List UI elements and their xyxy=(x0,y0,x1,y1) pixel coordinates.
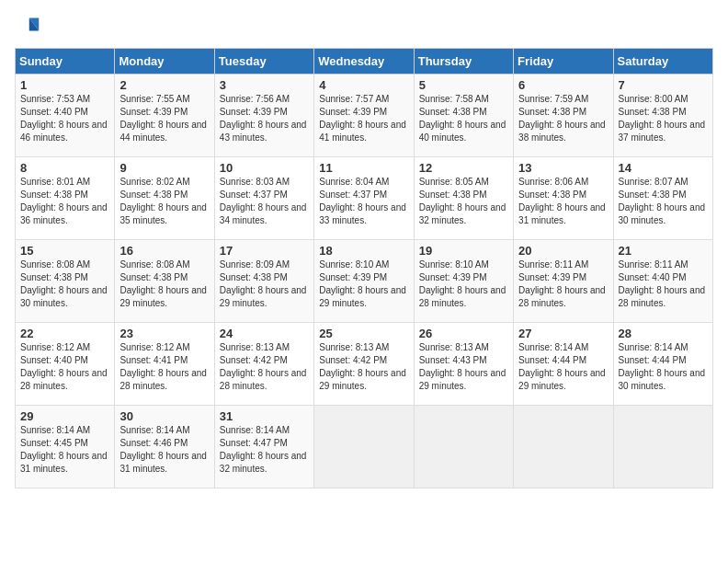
day-info: Sunrise: 8:13 AM Sunset: 4:43 PM Dayligh… xyxy=(419,341,508,393)
day-info: Sunrise: 7:55 AM Sunset: 4:39 PM Dayligh… xyxy=(119,93,209,144)
calendar-header: SundayMondayTuesdayWednesdayThursdayFrid… xyxy=(16,49,713,75)
day-info: Sunrise: 8:14 AM Sunset: 4:44 PM Dayligh… xyxy=(518,341,608,393)
day-cell: 27 Sunrise: 8:14 AM Sunset: 4:44 PM Dayl… xyxy=(514,323,613,406)
day-number: 30 xyxy=(119,409,209,423)
header-monday: Monday xyxy=(115,49,214,75)
day-cell: 9 Sunrise: 8:02 AM Sunset: 4:38 PM Dayli… xyxy=(115,157,214,240)
day-info: Sunrise: 8:09 AM Sunset: 4:38 PM Dayligh… xyxy=(220,259,309,310)
logo xyxy=(15,15,44,40)
day-info: Sunrise: 8:08 AM Sunset: 4:38 PM Dayligh… xyxy=(20,259,109,310)
day-info: Sunrise: 8:01 AM Sunset: 4:38 PM Dayligh… xyxy=(20,176,109,227)
day-number: 19 xyxy=(419,244,508,258)
day-info: Sunrise: 8:07 AM Sunset: 4:38 PM Dayligh… xyxy=(619,176,708,227)
day-cell: 18 Sunrise: 8:10 AM Sunset: 4:39 PM Dayl… xyxy=(314,240,414,323)
day-number: 25 xyxy=(319,327,408,340)
day-cell: 5 Sunrise: 7:58 AM Sunset: 4:38 PM Dayli… xyxy=(414,75,513,157)
page-header xyxy=(15,15,713,40)
day-cell: 22 Sunrise: 8:12 AM Sunset: 4:40 PM Dayl… xyxy=(16,323,115,406)
day-info: Sunrise: 7:57 AM Sunset: 4:39 PM Dayligh… xyxy=(319,93,408,144)
day-number: 15 xyxy=(20,244,109,258)
day-cell: 28 Sunrise: 8:14 AM Sunset: 4:44 PM Dayl… xyxy=(613,323,712,406)
day-info: Sunrise: 7:58 AM Sunset: 4:38 PM Dayligh… xyxy=(419,93,508,144)
day-info: Sunrise: 8:06 AM Sunset: 4:38 PM Dayligh… xyxy=(518,176,608,227)
logo-icon xyxy=(15,15,40,40)
day-cell: 23 Sunrise: 8:12 AM Sunset: 4:41 PM Dayl… xyxy=(115,323,214,406)
day-info: Sunrise: 8:13 AM Sunset: 4:42 PM Dayligh… xyxy=(220,341,309,393)
day-number: 3 xyxy=(220,78,309,92)
day-number: 8 xyxy=(20,161,109,175)
day-info: Sunrise: 8:14 AM Sunset: 4:45 PM Dayligh… xyxy=(20,424,109,476)
day-info: Sunrise: 8:11 AM Sunset: 4:39 PM Dayligh… xyxy=(518,259,608,310)
day-number: 11 xyxy=(319,161,408,175)
day-number: 2 xyxy=(119,78,209,92)
week-row-3: 15 Sunrise: 8:08 AM Sunset: 4:38 PM Dayl… xyxy=(16,240,713,323)
day-number: 1 xyxy=(20,78,109,92)
day-cell xyxy=(314,406,414,488)
header-saturday: Saturday xyxy=(613,49,712,75)
day-cell: 6 Sunrise: 7:59 AM Sunset: 4:38 PM Dayli… xyxy=(514,75,613,157)
header-row: SundayMondayTuesdayWednesdayThursdayFrid… xyxy=(16,49,713,75)
day-number: 27 xyxy=(518,327,608,340)
day-info: Sunrise: 8:14 AM Sunset: 4:47 PM Dayligh… xyxy=(220,424,309,476)
day-info: Sunrise: 8:04 AM Sunset: 4:37 PM Dayligh… xyxy=(319,176,408,227)
day-number: 21 xyxy=(619,244,708,258)
day-number: 5 xyxy=(419,78,508,92)
day-number: 20 xyxy=(518,244,608,258)
day-cell: 1 Sunrise: 7:53 AM Sunset: 4:40 PM Dayli… xyxy=(16,75,115,157)
day-cell: 19 Sunrise: 8:10 AM Sunset: 4:39 PM Dayl… xyxy=(414,240,513,323)
day-info: Sunrise: 8:02 AM Sunset: 4:38 PM Dayligh… xyxy=(119,176,209,227)
day-info: Sunrise: 8:10 AM Sunset: 4:39 PM Dayligh… xyxy=(319,259,408,310)
day-info: Sunrise: 8:13 AM Sunset: 4:42 PM Dayligh… xyxy=(319,341,408,393)
header-friday: Friday xyxy=(514,49,613,75)
day-number: 12 xyxy=(419,161,508,175)
day-info: Sunrise: 8:05 AM Sunset: 4:38 PM Dayligh… xyxy=(419,176,508,227)
day-cell: 3 Sunrise: 7:56 AM Sunset: 4:39 PM Dayli… xyxy=(214,75,313,157)
day-cell: 14 Sunrise: 8:07 AM Sunset: 4:38 PM Dayl… xyxy=(613,157,712,240)
header-thursday: Thursday xyxy=(414,49,513,75)
day-number: 26 xyxy=(419,327,508,340)
day-info: Sunrise: 7:53 AM Sunset: 4:40 PM Dayligh… xyxy=(20,93,109,144)
day-info: Sunrise: 8:11 AM Sunset: 4:40 PM Dayligh… xyxy=(619,259,708,310)
day-info: Sunrise: 8:12 AM Sunset: 4:41 PM Dayligh… xyxy=(119,341,209,393)
day-cell: 8 Sunrise: 8:01 AM Sunset: 4:38 PM Dayli… xyxy=(16,157,115,240)
week-row-1: 1 Sunrise: 7:53 AM Sunset: 4:40 PM Dayli… xyxy=(16,75,713,157)
day-cell: 10 Sunrise: 8:03 AM Sunset: 4:37 PM Dayl… xyxy=(214,157,313,240)
day-number: 6 xyxy=(518,78,608,92)
day-number: 22 xyxy=(20,327,109,340)
day-info: Sunrise: 8:12 AM Sunset: 4:40 PM Dayligh… xyxy=(20,341,109,393)
calendar-table: SundayMondayTuesdayWednesdayThursdayFrid… xyxy=(15,48,713,488)
day-cell xyxy=(613,406,712,488)
day-cell: 21 Sunrise: 8:11 AM Sunset: 4:40 PM Dayl… xyxy=(613,240,712,323)
day-info: Sunrise: 8:10 AM Sunset: 4:39 PM Dayligh… xyxy=(419,259,508,310)
day-number: 18 xyxy=(319,244,408,258)
day-cell: 17 Sunrise: 8:09 AM Sunset: 4:38 PM Dayl… xyxy=(214,240,313,323)
day-number: 16 xyxy=(119,244,209,258)
header-tuesday: Tuesday xyxy=(214,49,313,75)
day-cell: 26 Sunrise: 8:13 AM Sunset: 4:43 PM Dayl… xyxy=(414,323,513,406)
day-cell: 24 Sunrise: 8:13 AM Sunset: 4:42 PM Dayl… xyxy=(214,323,313,406)
day-number: 4 xyxy=(319,78,408,92)
week-row-5: 29 Sunrise: 8:14 AM Sunset: 4:45 PM Dayl… xyxy=(16,406,713,488)
day-cell xyxy=(514,406,613,488)
day-info: Sunrise: 8:08 AM Sunset: 4:38 PM Dayligh… xyxy=(119,259,209,310)
header-wednesday: Wednesday xyxy=(314,49,414,75)
day-cell: 13 Sunrise: 8:06 AM Sunset: 4:38 PM Dayl… xyxy=(514,157,613,240)
day-cell: 20 Sunrise: 8:11 AM Sunset: 4:39 PM Dayl… xyxy=(514,240,613,323)
day-cell: 7 Sunrise: 8:00 AM Sunset: 4:38 PM Dayli… xyxy=(613,75,712,157)
day-number: 24 xyxy=(220,327,309,340)
day-number: 23 xyxy=(119,327,209,340)
day-cell: 29 Sunrise: 8:14 AM Sunset: 4:45 PM Dayl… xyxy=(16,406,115,488)
day-cell: 31 Sunrise: 8:14 AM Sunset: 4:47 PM Dayl… xyxy=(214,406,313,488)
day-info: Sunrise: 7:56 AM Sunset: 4:39 PM Dayligh… xyxy=(220,93,309,144)
day-cell: 4 Sunrise: 7:57 AM Sunset: 4:39 PM Dayli… xyxy=(314,75,414,157)
day-number: 29 xyxy=(20,409,109,423)
day-cell: 15 Sunrise: 8:08 AM Sunset: 4:38 PM Dayl… xyxy=(16,240,115,323)
day-number: 10 xyxy=(220,161,309,175)
day-number: 7 xyxy=(619,78,708,92)
day-cell: 2 Sunrise: 7:55 AM Sunset: 4:39 PM Dayli… xyxy=(115,75,214,157)
day-cell: 12 Sunrise: 8:05 AM Sunset: 4:38 PM Dayl… xyxy=(414,157,513,240)
day-info: Sunrise: 7:59 AM Sunset: 4:38 PM Dayligh… xyxy=(518,93,608,144)
day-number: 13 xyxy=(518,161,608,175)
day-cell: 25 Sunrise: 8:13 AM Sunset: 4:42 PM Dayl… xyxy=(314,323,414,406)
day-number: 28 xyxy=(619,327,708,340)
